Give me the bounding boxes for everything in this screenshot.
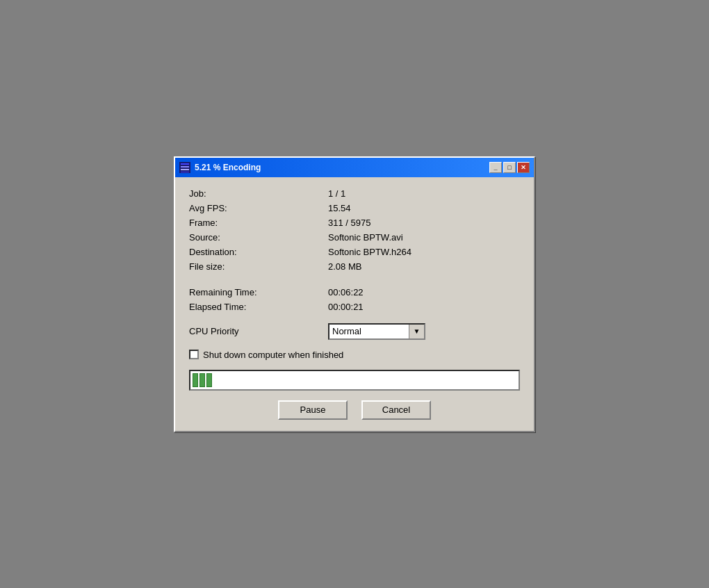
svg-rect-2 bbox=[181, 166, 189, 168]
svg-rect-1 bbox=[181, 163, 189, 165]
minimize-button[interactable]: _ bbox=[489, 162, 502, 173]
frame-row: Frame: 311 / 5975 bbox=[189, 218, 520, 228]
elapsed-label: Elapsed Time: bbox=[189, 302, 328, 312]
title-bar: 5.21 % Encoding _ □ ✕ bbox=[175, 158, 534, 177]
maximize-button[interactable]: □ bbox=[503, 162, 516, 173]
cpu-priority-row: CPU Priority Normal ▼ bbox=[189, 323, 520, 340]
cancel-button[interactable]: Cancel bbox=[361, 400, 431, 420]
source-row: Source: Softonic BPTW.avi bbox=[189, 232, 520, 243]
shutdown-label: Shut down computer when finished bbox=[203, 350, 343, 360]
destination-row: Destination: Softonic BPTW.h264 bbox=[189, 247, 520, 257]
elapsed-row: Elapsed Time: 00:00:21 bbox=[189, 302, 520, 312]
shutdown-checkbox-row: Shut down computer when finished bbox=[189, 350, 520, 360]
window-body: Job: 1 / 1 Avg FPS: 15.54 Frame: 311 / 5… bbox=[175, 177, 534, 431]
pause-button[interactable]: Pause bbox=[278, 400, 348, 420]
fps-value: 15.54 bbox=[328, 203, 351, 213]
fps-row: Avg FPS: 15.54 bbox=[189, 203, 520, 213]
svg-rect-3 bbox=[181, 169, 189, 170]
elapsed-value: 00:00:21 bbox=[328, 302, 364, 312]
destination-value: Softonic BPTW.h264 bbox=[328, 247, 411, 257]
progress-segment-1 bbox=[193, 373, 198, 387]
remaining-row: Remaining Time: 00:06:22 bbox=[189, 287, 520, 297]
job-value: 1 / 1 bbox=[328, 188, 345, 199]
close-button[interactable]: ✕ bbox=[517, 162, 530, 173]
job-row: Job: 1 / 1 bbox=[189, 188, 520, 199]
title-buttons: _ □ ✕ bbox=[489, 162, 530, 173]
svg-rect-4 bbox=[181, 172, 189, 172]
info-table: Job: 1 / 1 Avg FPS: 15.54 Frame: 311 / 5… bbox=[189, 188, 520, 312]
app-icon bbox=[179, 162, 190, 173]
spacer bbox=[189, 276, 520, 281]
frame-label: Frame: bbox=[189, 218, 328, 228]
title-bar-left: 5.21 % Encoding bbox=[179, 162, 261, 173]
progress-segment-2 bbox=[199, 373, 205, 387]
cpu-priority-value: Normal bbox=[329, 326, 409, 336]
window-title: 5.21 % Encoding bbox=[195, 163, 261, 172]
filesize-label: File size: bbox=[189, 261, 328, 272]
filesize-row: File size: 2.08 MB bbox=[189, 261, 520, 272]
progress-bar-container bbox=[189, 370, 520, 391]
source-label: Source: bbox=[189, 232, 328, 243]
shutdown-checkbox[interactable] bbox=[189, 350, 199, 359]
cpu-priority-select[interactable]: Normal ▼ bbox=[328, 323, 425, 340]
remaining-value: 00:06:22 bbox=[328, 287, 364, 297]
source-value: Softonic BPTW.avi bbox=[328, 232, 403, 243]
fps-label: Avg FPS: bbox=[189, 203, 328, 213]
progress-bars bbox=[193, 373, 212, 387]
filesize-value: 2.08 MB bbox=[328, 261, 361, 272]
cpu-priority-label: CPU Priority bbox=[189, 326, 328, 336]
main-window: 5.21 % Encoding _ □ ✕ Job: 1 / 1 Avg FPS… bbox=[174, 156, 535, 432]
buttons-row: Pause Cancel bbox=[189, 400, 520, 420]
remaining-label: Remaining Time: bbox=[189, 287, 328, 297]
frame-value: 311 / 5975 bbox=[328, 218, 370, 228]
cpu-select-dropdown-arrow[interactable]: ▼ bbox=[409, 325, 424, 338]
destination-label: Destination: bbox=[189, 247, 328, 257]
progress-segment-3 bbox=[206, 373, 212, 387]
job-label: Job: bbox=[189, 188, 328, 199]
